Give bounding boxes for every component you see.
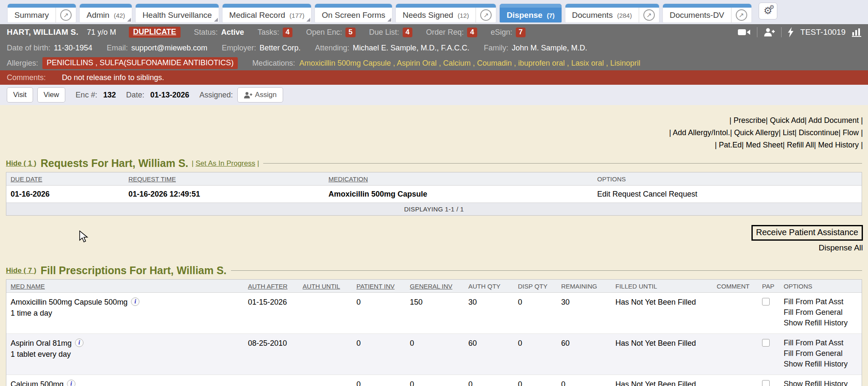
add-person-icon[interactable] xyxy=(764,28,775,37)
list-link[interactable]: List xyxy=(783,128,795,137)
prescribe-link[interactable]: Prescribe xyxy=(734,116,766,125)
dispense-all-link[interactable]: Dispense All xyxy=(818,243,863,252)
family-value: John M. Sample, M.D. xyxy=(512,44,587,53)
col-auth-after[interactable]: AUTH AFTER xyxy=(244,283,298,290)
tab-needs-signed[interactable]: Needs Signed (12) ↗ xyxy=(396,4,496,22)
fill-from-pat-asst-link[interactable]: Fill From Pat Asst xyxy=(784,297,862,307)
col-options: OPTIONS xyxy=(593,175,862,183)
attending-value: Michael E. Sample, M.D., F.A.C.C. xyxy=(353,44,469,53)
date-value: 01-13-2026 xyxy=(150,91,189,100)
requests-table-header: DUE DATE REQUEST TIME MEDICATION OPTIONS xyxy=(6,172,862,186)
bar-chart-icon[interactable] xyxy=(852,28,861,37)
info-icon[interactable]: i xyxy=(67,380,75,386)
patient-age-sex: 71 y/o M xyxy=(87,28,116,37)
medication-link[interactable]: Lasix oral xyxy=(567,59,604,67)
quick-allergy-link[interactable]: Quick Allergy xyxy=(734,128,779,137)
due-list-count-badge[interactable]: 4 xyxy=(403,28,412,37)
auth-qty: 30 xyxy=(464,297,514,308)
medication-link[interactable]: Coumadin xyxy=(473,59,512,67)
external-link-icon[interactable]: ↗ xyxy=(643,9,655,21)
fill-from-general-link[interactable]: Fill From General xyxy=(784,348,862,359)
fill-rx-hide-link[interactable]: Hide ( 7 ) xyxy=(6,267,36,275)
tab-on-screen-forms[interactable]: On Screen Forms xyxy=(315,4,392,22)
tab-label: Documents (284) xyxy=(565,11,639,20)
receive-patient-assistance-box: Receive Patient Assistance xyxy=(751,225,863,241)
external-link-icon[interactable]: ↗ xyxy=(480,9,492,21)
fill-from-pat-asst-link[interactable]: Fill From Pat Asst xyxy=(784,338,862,348)
request-medication: Amoxicillin 500mg Capsule xyxy=(324,190,593,199)
prescription-row: Aspirin Oral 81mgi 1 tablet every day 08… xyxy=(6,334,862,375)
video-call-icon[interactable] xyxy=(738,28,751,36)
col-general-inv[interactable]: GENERAL INV xyxy=(406,283,464,290)
col-med-name[interactable]: MED NAME xyxy=(6,283,244,290)
show-refill-history-link[interactable]: Show Refill History xyxy=(784,318,862,328)
requests-hide-link[interactable]: Hide ( 1 ) xyxy=(6,159,36,168)
edit-request-link[interactable]: Edit Request xyxy=(597,190,641,198)
set-as-in-progress-link[interactable]: Set As In Progress xyxy=(195,159,255,167)
tab-label: Dispense (7) xyxy=(500,11,561,20)
view-button[interactable]: View xyxy=(37,87,66,103)
medication-link[interactable]: ibuprofen oral xyxy=(514,59,565,67)
col-patient-inv[interactable]: PATIENT INV xyxy=(352,283,406,290)
medication-link[interactable]: Aspirin Oral xyxy=(393,59,437,67)
assign-button[interactable]: Assign xyxy=(237,87,283,103)
med-history-link[interactable]: Med History xyxy=(818,141,859,149)
refill-all-link[interactable]: Refill All xyxy=(787,141,814,149)
med-sig: 1 tablet every day xyxy=(11,350,71,358)
tab-medical-record[interactable]: Medical Record (177) xyxy=(223,4,311,22)
show-refill-history-link[interactable]: Show Refill History xyxy=(784,379,862,386)
auth-after: 08-25-2010 xyxy=(244,338,298,349)
col-request-time[interactable]: REQUEST TIME xyxy=(124,175,324,183)
col-due-date[interactable]: DUE DATE xyxy=(6,175,124,183)
add-allergy-link[interactable]: Add Allergy/Intol. xyxy=(673,128,730,137)
info-icon[interactable]: i xyxy=(131,297,139,306)
pat-ed-link[interactable]: Pat.Ed xyxy=(719,141,742,149)
open-enc-count-badge[interactable]: 5 xyxy=(345,28,355,37)
tasks-count-badge[interactable]: 4 xyxy=(283,28,292,37)
tab-dispense[interactable]: Dispense (7) xyxy=(500,4,561,22)
lightning-icon[interactable] xyxy=(788,27,794,37)
esign-count-badge[interactable]: 7 xyxy=(516,28,526,37)
fill-from-general-link[interactable]: Fill From General xyxy=(784,307,862,318)
receive-patient-assistance-link[interactable]: Receive Patient Assistance xyxy=(756,228,858,237)
duplicate-badge[interactable]: DUPLICATE xyxy=(129,27,181,38)
pap-checkbox[interactable] xyxy=(762,380,770,386)
settings-gear-button[interactable]: ⚙ ⚙ xyxy=(759,3,777,19)
col-medication[interactable]: MEDICATION xyxy=(324,175,593,183)
medication-link[interactable]: Lisinopril xyxy=(606,59,640,67)
allergies-badge[interactable]: PENICILLINS , SULFA(SULFONAMIDE ANTIBIOT… xyxy=(42,57,238,69)
show-refill-history-link[interactable]: Show Refill History xyxy=(784,359,862,369)
info-icon[interactable]: i xyxy=(75,339,83,347)
medication-link[interactable]: Calcium xyxy=(439,59,470,67)
tab-label: On Screen Forms xyxy=(315,11,392,20)
cancel-request-link[interactable]: Cancel Request xyxy=(643,190,697,198)
external-link-icon[interactable]: ↗ xyxy=(736,9,747,21)
med-sig: 1 time a day xyxy=(11,309,52,317)
tab-label: Health Surveillance xyxy=(136,11,219,20)
tab-summary[interactable]: Summary ↗ xyxy=(8,4,76,22)
dob-value: 11-30-1954 xyxy=(54,44,92,53)
external-link-icon[interactable]: ↗ xyxy=(60,9,72,21)
med-sheet-link[interactable]: Med Sheet xyxy=(746,141,783,149)
quick-add-link[interactable]: Quick Add xyxy=(770,116,804,125)
tab-health-surveillance[interactable]: Health Surveillance xyxy=(136,4,219,22)
medication-link[interactable]: Amoxicillin 500mg Capsule xyxy=(299,59,391,67)
employer-value: Better Corp. xyxy=(259,44,300,53)
tab-documents[interactable]: Documents (284) ↗ xyxy=(565,4,659,22)
discontinue-link[interactable]: Discontinue xyxy=(799,128,839,137)
flow-link[interactable]: Flow xyxy=(843,128,859,137)
tab-documents-dv[interactable]: Documents-DV ↗ xyxy=(663,4,751,22)
pap-checkbox[interactable] xyxy=(762,339,770,347)
allergies-medications-bar: Allergies: PENICILLINS , SULFA(SULFONAMI… xyxy=(0,56,868,70)
section-rule xyxy=(263,163,862,164)
pap-checkbox[interactable] xyxy=(762,298,770,305)
section-rule xyxy=(231,270,862,271)
open-enc-label: Open Enc: xyxy=(306,28,342,37)
visit-button[interactable]: Visit xyxy=(7,87,33,103)
tab-admin[interactable]: Admin (42) xyxy=(80,4,132,22)
add-document-link[interactable]: Add Document xyxy=(808,116,859,125)
family-label: Family: xyxy=(484,44,508,53)
col-auth-until[interactable]: AUTH UNTIL xyxy=(298,283,352,290)
chart-tab-bar: Summary ↗ Admin (42) Health Surveillance… xyxy=(0,0,868,24)
order-req-count-badge[interactable]: 4 xyxy=(467,28,477,37)
